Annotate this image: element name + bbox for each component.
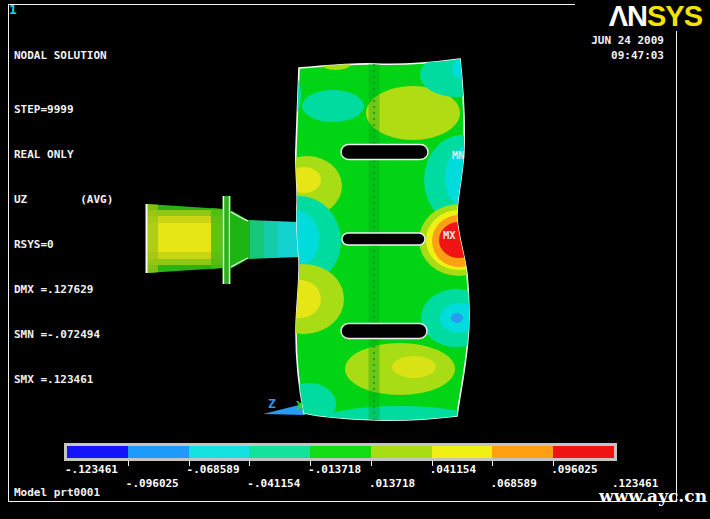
legend-value: -.123461	[65, 463, 118, 476]
model-canvas[interactable]: Z	[0, 0, 710, 519]
legend-tick	[371, 461, 372, 466]
legend-value: .041154	[430, 463, 476, 476]
legend-tick	[249, 461, 250, 466]
plate-slot-bottom	[341, 324, 427, 339]
axis-x-label: X	[296, 398, 304, 413]
legend-value: .013718	[369, 477, 415, 490]
max-marker: MX	[443, 229, 456, 241]
legend-value: -.041154	[247, 477, 300, 490]
shaft-assembly	[146, 196, 301, 284]
watermark: www.ayc.cn	[599, 486, 707, 506]
model-name: Model prt0001	[14, 486, 100, 499]
legend-segment	[492, 446, 553, 458]
legend-segment	[310, 446, 371, 458]
legend-segment	[249, 446, 310, 458]
ansys-logo: ΛNSYS	[575, 0, 710, 31]
legend-value: -.013718	[308, 463, 361, 476]
ansys-logo-an: ΛN	[609, 0, 647, 32]
legend-segment	[553, 446, 614, 458]
legend-tick	[492, 461, 493, 466]
ansys-logo-sys: SYS	[647, 0, 702, 32]
legend-segment	[189, 446, 250, 458]
legend-value: .068589	[490, 477, 536, 490]
ansys-graphics-window: 1 NODAL SOLUTION STEP=9999 REAL ONLY UZ …	[0, 0, 710, 519]
legend-segment	[432, 446, 493, 458]
legend-segment	[128, 446, 189, 458]
legend-value: -.068589	[187, 463, 240, 476]
legend-value: -.096025	[126, 477, 179, 490]
time-label: 09:47:03	[560, 48, 664, 63]
shaft-cylinder	[147, 204, 223, 273]
min-marker: MN	[452, 149, 465, 161]
legend-segment	[371, 446, 432, 458]
plate-slot-top	[341, 145, 428, 160]
legend-bar: -.123461-.096025-.068589-.041154-.013718…	[64, 443, 617, 461]
date-label: JUN 24 2009	[560, 33, 664, 48]
datetime-block: JUN 24 2009 09:47:03	[560, 33, 664, 63]
legend-tick	[128, 461, 129, 466]
legend-segment	[67, 446, 128, 458]
legend-value: .096025	[551, 463, 597, 476]
axis-z-label: Z	[268, 396, 276, 411]
plate-slot-middle	[342, 233, 425, 245]
shaft-end-edge	[146, 204, 148, 273]
